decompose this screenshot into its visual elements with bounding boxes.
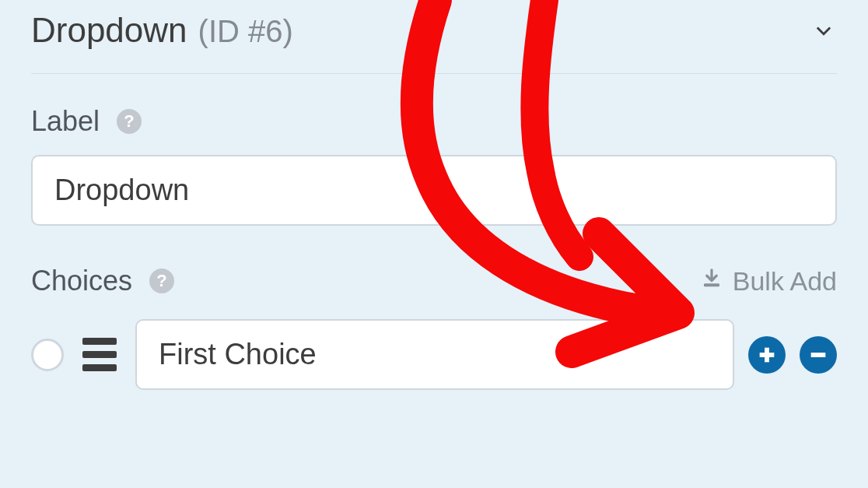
choices-heading-text: Choices (31, 265, 132, 297)
bulk-add-label: Bulk Add (733, 266, 837, 297)
choices-section-heading: Choices ? Bulk Add (31, 265, 837, 297)
label-input[interactable] (31, 155, 837, 226)
chevron-down-icon[interactable] (810, 17, 837, 44)
label-section-heading: Label ? (31, 105, 837, 138)
default-choice-radio[interactable] (31, 339, 64, 371)
drag-handle-icon[interactable] (78, 338, 121, 371)
download-icon (700, 266, 723, 297)
choice-input[interactable] (135, 319, 734, 390)
svg-rect-0 (704, 283, 719, 286)
help-icon[interactable]: ? (149, 269, 174, 293)
remove-choice-button[interactable] (800, 336, 837, 374)
choice-row (31, 319, 837, 390)
field-settings-panel: Dropdown (ID #6) Label ? Choices ? Bulk … (0, 0, 868, 390)
label-heading-text: Label (31, 105, 100, 138)
add-choice-button[interactable] (748, 336, 786, 374)
field-id: (ID #6) (198, 14, 293, 49)
bulk-add-button[interactable]: Bulk Add (700, 266, 837, 297)
panel-header[interactable]: Dropdown (ID #6) (31, 0, 837, 74)
panel-title: Dropdown (ID #6) (31, 11, 293, 50)
field-type-name: Dropdown (31, 11, 187, 50)
help-icon[interactable]: ? (117, 109, 142, 134)
